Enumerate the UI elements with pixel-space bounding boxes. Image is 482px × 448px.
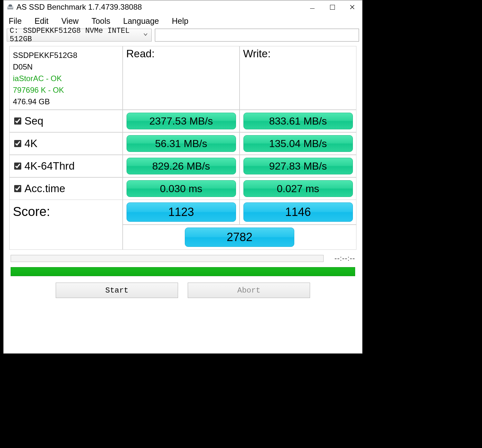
acc-read-value: 0.030 ms	[127, 180, 236, 197]
titlebar[interactable]: AS SSD Benchmark 1.7.4739.38088	[4, 0, 362, 14]
elapsed-time: --:--:--	[329, 254, 355, 263]
device-info-cell: SSDPEKKF512G8 D05N iaStorAC - OK 797696 …	[10, 46, 122, 109]
device-alignment-status: 797696 K - OK	[13, 84, 77, 96]
start-button[interactable]: Start	[56, 283, 178, 298]
seq-write-value: 833.61 MB/s	[243, 113, 353, 129]
device-firmware: D05N	[13, 61, 77, 73]
menu-tools[interactable]: Tools	[85, 15, 117, 27]
4k64-label: 4K-64Thrd	[24, 160, 75, 172]
menu-help[interactable]: Help	[165, 15, 195, 27]
drive-row: C: SSDPEKKF512G8 NVMe INTEL 512GB	[4, 28, 362, 43]
read-header: Read:	[122, 46, 239, 109]
device-driver-status: iaStorAC - OK	[13, 73, 77, 84]
chevron-down-icon	[143, 31, 148, 39]
score-area: Score: 1123 1146 2782	[9, 200, 356, 250]
sub-progress-bar	[11, 255, 324, 262]
device-capacity: 476.94 GB	[13, 96, 77, 107]
close-icon	[350, 5, 355, 10]
test-row-4k: 4K	[10, 132, 122, 154]
4k64-read-value: 829.26 MB/s	[127, 158, 236, 174]
svg-rect-2	[9, 5, 12, 7]
seq-read-cell: 2377.53 MB/s	[122, 109, 239, 132]
menubar: File Edit View Tools Language Help	[4, 14, 362, 28]
app-window: AS SSD Benchmark 1.7.4739.38088 File Edi…	[3, 0, 363, 354]
overall-progress-bar	[11, 267, 355, 276]
menu-language[interactable]: Language	[117, 15, 165, 27]
acc-label: Acc.time	[24, 182, 65, 195]
4k64-write-cell: 927.83 MB/s	[239, 154, 356, 177]
test-row-acc: Acc.time	[10, 177, 122, 200]
4k-read-value: 56.31 MB/s	[127, 135, 236, 152]
drive-select[interactable]: C: SSDPEKKF512G8 NVMe INTEL 512GB	[7, 29, 152, 42]
menu-edit[interactable]: Edit	[28, 15, 55, 27]
maximize-button[interactable]	[322, 0, 342, 14]
abort-button: Abort	[188, 283, 310, 298]
results-grid: SSDPEKKF512G8 D05N iaStorAC - OK 797696 …	[9, 46, 356, 200]
score-label: Score:	[10, 200, 122, 249]
menu-view[interactable]: View	[55, 15, 85, 27]
4k64-checkbox[interactable]	[14, 163, 21, 170]
drive-select-value: C: SSDPEKKF512G8 NVMe INTEL 512GB	[10, 27, 151, 43]
score-total-value: 2782	[185, 228, 294, 247]
menu-file[interactable]: File	[5, 15, 28, 27]
score-read-value: 1123	[127, 202, 236, 222]
4k-label: 4K	[24, 137, 37, 150]
acc-write-cell: 0.027 ms	[239, 177, 356, 200]
score-total-cell: 2782	[122, 224, 356, 249]
acc-read-cell: 0.030 ms	[122, 177, 239, 200]
score-write-cell: 1146	[239, 200, 356, 224]
acc-write-value: 0.027 ms	[243, 180, 353, 197]
test-row-seq: Seq	[10, 109, 122, 132]
test-row-4k64: 4K-64Thrd	[10, 154, 122, 177]
write-header: Write:	[239, 46, 356, 109]
4k64-write-value: 927.83 MB/s	[243, 158, 353, 174]
window-title: AS SSD Benchmark 1.7.4739.38088	[16, 3, 302, 12]
svg-rect-3	[9, 5, 11, 5]
seq-checkbox[interactable]	[14, 117, 21, 125]
device-model: SSDPEKKF512G8	[13, 50, 77, 61]
button-row: Start Abort	[11, 283, 355, 298]
4k-write-value: 135.04 MB/s	[243, 135, 353, 152]
score-write-value: 1146	[243, 202, 353, 222]
window-controls	[302, 0, 362, 14]
path-input[interactable]	[155, 29, 359, 42]
seq-read-value: 2377.53 MB/s	[127, 113, 236, 129]
seq-label: Seq	[24, 115, 43, 127]
app-icon	[7, 4, 14, 11]
4k64-read-cell: 829.26 MB/s	[122, 154, 239, 177]
score-read-cell: 1123	[122, 200, 239, 224]
close-button[interactable]	[342, 0, 362, 14]
4k-read-cell: 56.31 MB/s	[122, 132, 239, 154]
4k-write-cell: 135.04 MB/s	[239, 132, 356, 154]
acc-checkbox[interactable]	[14, 185, 21, 192]
svg-rect-1	[8, 7, 13, 8]
4k-checkbox[interactable]	[14, 140, 21, 147]
minimize-button[interactable]	[302, 0, 322, 14]
seq-write-cell: 833.61 MB/s	[239, 109, 356, 132]
status-row: --:--:--	[11, 254, 355, 263]
